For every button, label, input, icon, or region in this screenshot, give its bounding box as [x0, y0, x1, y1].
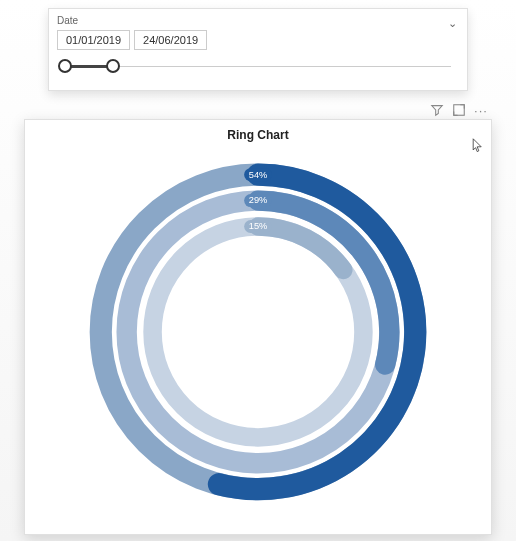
date-slider[interactable] — [57, 56, 459, 76]
svg-rect-0 — [454, 105, 465, 116]
date-filter-label: Date — [57, 15, 459, 26]
more-options-icon[interactable]: ··· — [474, 103, 488, 117]
ring-chart-svg: 54%29%15% — [73, 146, 443, 516]
slider-handle-start[interactable] — [58, 59, 72, 73]
ring-chart-panel: Ring Chart 54%29%15% — [24, 119, 492, 535]
focus-mode-icon[interactable] — [452, 103, 466, 117]
cursor-icon — [471, 138, 485, 154]
chart-toolbar: ··· — [24, 103, 488, 117]
slider-handle-end[interactable] — [106, 59, 120, 73]
date-range-inputs: 01/01/2019 24/06/2019 — [57, 30, 459, 50]
slider-track-line — [65, 66, 451, 67]
ring-label-text: 54% — [249, 170, 268, 180]
date-filter-panel: Date ⌄ 01/01/2019 24/06/2019 — [48, 8, 468, 91]
chart-area: 54%29%15% — [35, 146, 481, 516]
filter-icon[interactable] — [430, 103, 444, 117]
ring-label-text: 15% — [249, 221, 268, 231]
chart-title: Ring Chart — [35, 128, 481, 142]
date-end-input[interactable]: 24/06/2019 — [134, 30, 207, 50]
date-start-input[interactable]: 01/01/2019 — [57, 30, 130, 50]
chevron-down-icon[interactable]: ⌄ — [448, 17, 457, 30]
ring-label-text: 29% — [249, 195, 268, 205]
